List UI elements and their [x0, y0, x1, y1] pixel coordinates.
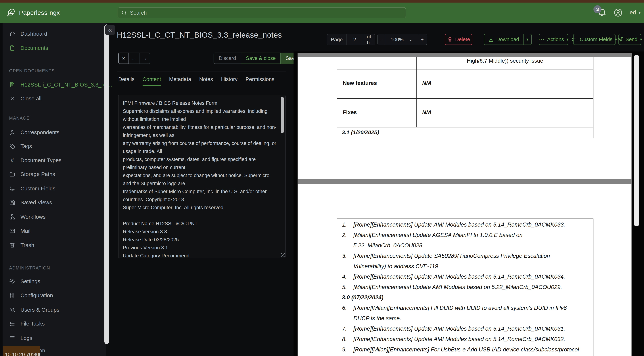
actions-button[interactable]: ··· Actions ▾	[539, 34, 568, 45]
next-document-button[interactable]: →	[140, 52, 150, 64]
send-button[interactable]: Send ▾	[618, 34, 641, 45]
file-icon	[9, 45, 15, 51]
sidebar-item-close-all[interactable]: Close all	[9, 94, 42, 104]
user-menu[interactable]: ed ▾	[630, 9, 641, 16]
pdf-page-1: High/6.7 Middle)) security issue New fea…	[298, 56, 632, 179]
download-button[interactable]: Download	[484, 34, 523, 44]
sidebar-section-administration: ADMINISTRATION	[9, 266, 50, 270]
person-icon	[9, 129, 15, 136]
save-and-close-button[interactable]: Save & close	[241, 52, 281, 64]
send-icon	[618, 37, 623, 42]
search-input[interactable]	[130, 10, 402, 16]
trash-icon	[9, 242, 15, 248]
document-tabs: Details Content Metadata Notes History P…	[118, 76, 274, 86]
sidebar-item-dashboard[interactable]: Dashboard	[9, 29, 47, 39]
tab-notes[interactable]: Notes	[199, 76, 213, 86]
sidebar-item-correspondents[interactable]: Correspondents	[9, 127, 59, 138]
sidebar-item-label: H12SSL-i_C_CT_NT_BIOS_3.3_rel...	[20, 82, 112, 88]
pdf-list-line: [Rome][Enhancements] Update AMI Modules …	[354, 274, 565, 280]
window-left-edge	[0, 23, 2, 356]
tab-details[interactable]: Details	[118, 76, 134, 86]
pdf-release-notes-list: 1.[Rome][Enhancements] Update AMI Module…	[337, 218, 594, 356]
resize-handle-icon[interactable]	[281, 253, 285, 257]
pdf-row-label: Fixes	[343, 109, 357, 116]
username: ed	[630, 9, 636, 16]
content-scrollbar[interactable]	[281, 97, 284, 133]
zoom-out-button[interactable]: -	[378, 34, 385, 45]
top-navbar: Paperless-ngx 3 ed ▾	[0, 2, 644, 23]
sidebar-item-tags[interactable]: Tags	[9, 141, 32, 151]
app-name: Paperless-ngx	[19, 9, 60, 16]
download-icon	[488, 37, 494, 42]
user-avatar-icon[interactable]	[614, 8, 623, 17]
sidebar-item-settings[interactable]: Settings	[9, 276, 40, 286]
sidebar-item-storage-paths[interactable]: Storage Paths	[9, 169, 55, 179]
global-search[interactable]	[118, 7, 406, 18]
sidebar-collapse-button[interactable]: «	[105, 25, 115, 35]
pdf-row-value: N/A	[422, 109, 432, 116]
sidebar-item-label: Storage Paths	[20, 171, 55, 177]
sidebar-item-configuration[interactable]: Configuration	[9, 290, 53, 300]
page-title: H12SSL-i_C_CT_NT_BIOS_3.3_release_notes	[117, 31, 282, 40]
home-icon	[9, 31, 15, 37]
chevrons-left-icon: «	[108, 26, 112, 34]
zoom-in-button[interactable]: +	[418, 34, 426, 45]
sidebar-item-label: Tags	[20, 143, 32, 149]
content-textarea[interactable]: IPMI Firmware / BIOS Release Notes Form …	[118, 95, 286, 258]
folder-icon	[9, 171, 15, 177]
notifications-button[interactable]: 3	[598, 8, 606, 17]
save-icon	[9, 199, 15, 206]
zoom-level-select[interactable]: 100% ⌄	[385, 34, 418, 45]
close-icon	[9, 96, 15, 102]
pdf-table-partial-cell: High/6.7 Middle)) security issue	[416, 58, 594, 64]
sidebar-item-logs[interactable]: Logs	[9, 333, 32, 343]
sidebar-item-workflows[interactable]: Workflows	[9, 212, 46, 222]
navbar-right-cluster: 3 ed ▾	[598, 2, 641, 23]
app-brand[interactable]: Paperless-ngx	[6, 2, 60, 23]
tab-metadata[interactable]: Metadata	[169, 76, 191, 86]
sidebar-item-label: Custom Fields	[20, 186, 56, 192]
sidebar-item-label: Documents	[20, 45, 48, 51]
sidebar-item-document-types[interactable]: # Document Types	[9, 155, 62, 166]
sidebar-item-label: Trash	[20, 242, 34, 248]
close-document-button[interactable]: ×	[118, 52, 129, 64]
pdf-list-line: Vulnerability) to address CVE-119	[354, 263, 438, 270]
tab-content[interactable]: Content	[142, 76, 161, 86]
task-list-icon	[9, 320, 15, 327]
chevron-down-icon: ▾	[638, 10, 641, 15]
pdf-list-line: [Rome][Enhancements] Update AMI Modules …	[354, 222, 565, 228]
tab-history[interactable]: History	[221, 76, 238, 86]
sidebar-item-label: Document Types	[20, 157, 62, 164]
sidebar-item-saved-views[interactable]: Saved Views	[9, 197, 52, 208]
checklist-icon	[572, 37, 577, 42]
delete-button[interactable]: Delete	[445, 34, 472, 45]
pdf-list-line: DHCP is the same.	[354, 315, 401, 322]
custom-fields-button[interactable]: Custom Fields ▾	[573, 34, 616, 45]
pdf-list-line: [Milan][Enhancements] Update AGESA Milan…	[354, 232, 522, 238]
pdf-viewer: High/6.7 Middle)) security issue New fea…	[294, 52, 644, 356]
sidebar-item-trash[interactable]: Trash	[9, 240, 34, 250]
sidebar-item-label: File Tasks	[20, 320, 45, 327]
sliders-icon	[9, 292, 15, 298]
pdf-scrollbar[interactable]	[634, 55, 639, 226]
discard-button[interactable]: Discard	[214, 52, 241, 64]
page-navigation-control: Page 2 of 6	[327, 34, 375, 45]
pdf-list-line: [Rome][Milan][Enhancements] For UsbBus-e…	[354, 346, 579, 353]
sidebar-item-documents[interactable]: Documents	[9, 43, 48, 53]
sidebar-item-open-document[interactable]: H12SSL-i_C_CT_NT_BIOS_3.3_rel...	[9, 80, 112, 90]
sidebar-item-users-groups[interactable]: Users & Groups	[9, 305, 59, 315]
sidebar-item-custom-fields[interactable]: Custom Fields	[9, 184, 56, 194]
caret-down-icon: ▾	[640, 37, 642, 42]
pdf-version-heading: 3.0 (07/22/2024)	[342, 294, 384, 301]
download-options-button[interactable]: ▾	[523, 34, 531, 44]
sidebar-scrollbar[interactable]	[104, 24, 109, 344]
sidebar-item-mail[interactable]: Mail	[9, 226, 30, 236]
sidebar-item-file-tasks[interactable]: File Tasks	[9, 318, 45, 329]
previous-document-button[interactable]: ←	[129, 52, 140, 64]
pdf-row-label: New features	[343, 80, 377, 86]
pdf-list-line: [Rome][Milan][Enhancements] Fill DUID wi…	[354, 305, 567, 311]
caret-down-icon: ▾	[615, 37, 617, 42]
sidebar-item-label: Configuration	[20, 292, 53, 298]
tab-permissions[interactable]: Permissions	[246, 76, 274, 86]
page-number-input[interactable]: 2	[346, 34, 363, 45]
